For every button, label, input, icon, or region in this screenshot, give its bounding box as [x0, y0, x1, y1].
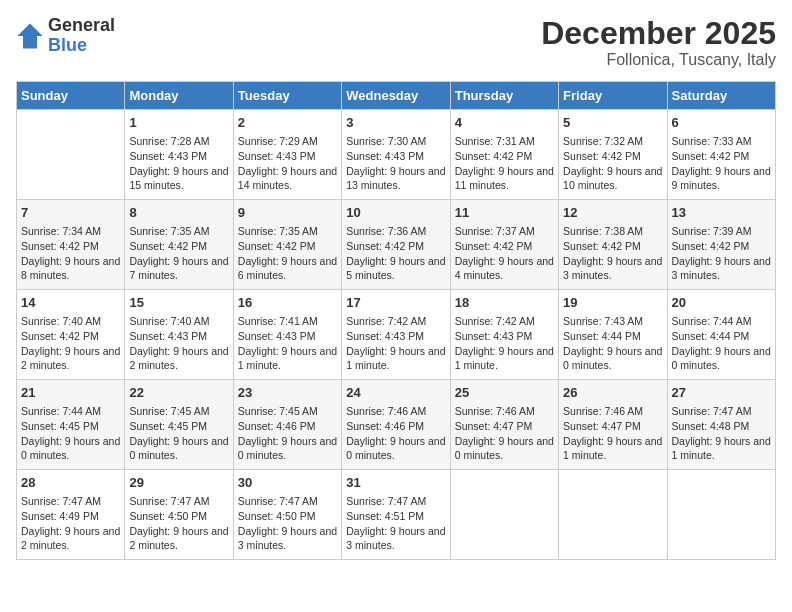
day-info: Sunrise: 7:42 AMSunset: 4:43 PMDaylight:…	[346, 314, 445, 373]
calendar-week-row: 14 Sunrise: 7:40 AMSunset: 4:42 PMDaylig…	[17, 290, 776, 380]
day-info: Sunrise: 7:45 AMSunset: 4:45 PMDaylight:…	[129, 404, 228, 463]
calendar-cell: 17 Sunrise: 7:42 AMSunset: 4:43 PMDaylig…	[342, 290, 450, 380]
calendar-cell: 12 Sunrise: 7:38 AMSunset: 4:42 PMDaylig…	[559, 200, 667, 290]
calendar-cell: 9 Sunrise: 7:35 AMSunset: 4:42 PMDayligh…	[233, 200, 341, 290]
day-number: 27	[672, 384, 771, 402]
calendar-header-row: Sunday Monday Tuesday Wednesday Thursday…	[17, 82, 776, 110]
day-number: 2	[238, 114, 337, 132]
calendar-cell: 19 Sunrise: 7:43 AMSunset: 4:44 PMDaylig…	[559, 290, 667, 380]
day-number: 21	[21, 384, 120, 402]
day-info: Sunrise: 7:33 AMSunset: 4:42 PMDaylight:…	[672, 134, 771, 193]
calendar-cell: 22 Sunrise: 7:45 AMSunset: 4:45 PMDaylig…	[125, 380, 233, 470]
day-number: 19	[563, 294, 662, 312]
day-info: Sunrise: 7:31 AMSunset: 4:42 PMDaylight:…	[455, 134, 554, 193]
calendar-week-row: 7 Sunrise: 7:34 AMSunset: 4:42 PMDayligh…	[17, 200, 776, 290]
day-number: 30	[238, 474, 337, 492]
day-number: 23	[238, 384, 337, 402]
day-number: 3	[346, 114, 445, 132]
day-number: 9	[238, 204, 337, 222]
day-info: Sunrise: 7:42 AMSunset: 4:43 PMDaylight:…	[455, 314, 554, 373]
calendar-cell: 25 Sunrise: 7:46 AMSunset: 4:47 PMDaylig…	[450, 380, 558, 470]
calendar-cell: 8 Sunrise: 7:35 AMSunset: 4:42 PMDayligh…	[125, 200, 233, 290]
calendar-cell: 28 Sunrise: 7:47 AMSunset: 4:49 PMDaylig…	[17, 470, 125, 560]
month-title: December 2025	[541, 16, 776, 51]
day-info: Sunrise: 7:38 AMSunset: 4:42 PMDaylight:…	[563, 224, 662, 283]
day-info: Sunrise: 7:46 AMSunset: 4:47 PMDaylight:…	[455, 404, 554, 463]
calendar-cell	[17, 110, 125, 200]
day-number: 4	[455, 114, 554, 132]
calendar-cell: 15 Sunrise: 7:40 AMSunset: 4:43 PMDaylig…	[125, 290, 233, 380]
calendar-cell: 23 Sunrise: 7:45 AMSunset: 4:46 PMDaylig…	[233, 380, 341, 470]
day-number: 1	[129, 114, 228, 132]
day-number: 26	[563, 384, 662, 402]
logo-text: General Blue	[48, 16, 115, 56]
title-block: December 2025 Follonica, Tuscany, Italy	[541, 16, 776, 69]
day-info: Sunrise: 7:43 AMSunset: 4:44 PMDaylight:…	[563, 314, 662, 373]
day-number: 12	[563, 204, 662, 222]
day-info: Sunrise: 7:32 AMSunset: 4:42 PMDaylight:…	[563, 134, 662, 193]
logo-icon	[16, 22, 44, 50]
calendar-cell: 10 Sunrise: 7:36 AMSunset: 4:42 PMDaylig…	[342, 200, 450, 290]
calendar-cell: 4 Sunrise: 7:31 AMSunset: 4:42 PMDayligh…	[450, 110, 558, 200]
day-number: 14	[21, 294, 120, 312]
day-info: Sunrise: 7:35 AMSunset: 4:42 PMDaylight:…	[238, 224, 337, 283]
calendar-cell: 30 Sunrise: 7:47 AMSunset: 4:50 PMDaylig…	[233, 470, 341, 560]
day-number: 11	[455, 204, 554, 222]
day-info: Sunrise: 7:28 AMSunset: 4:43 PMDaylight:…	[129, 134, 228, 193]
calendar-week-row: 1 Sunrise: 7:28 AMSunset: 4:43 PMDayligh…	[17, 110, 776, 200]
calendar-cell: 3 Sunrise: 7:30 AMSunset: 4:43 PMDayligh…	[342, 110, 450, 200]
calendar-week-row: 28 Sunrise: 7:47 AMSunset: 4:49 PMDaylig…	[17, 470, 776, 560]
day-number: 20	[672, 294, 771, 312]
day-info: Sunrise: 7:40 AMSunset: 4:42 PMDaylight:…	[21, 314, 120, 373]
calendar-cell: 14 Sunrise: 7:40 AMSunset: 4:42 PMDaylig…	[17, 290, 125, 380]
day-info: Sunrise: 7:47 AMSunset: 4:49 PMDaylight:…	[21, 494, 120, 553]
day-info: Sunrise: 7:30 AMSunset: 4:43 PMDaylight:…	[346, 134, 445, 193]
day-info: Sunrise: 7:41 AMSunset: 4:43 PMDaylight:…	[238, 314, 337, 373]
day-info: Sunrise: 7:47 AMSunset: 4:48 PMDaylight:…	[672, 404, 771, 463]
header-saturday: Saturday	[667, 82, 775, 110]
calendar-cell: 29 Sunrise: 7:47 AMSunset: 4:50 PMDaylig…	[125, 470, 233, 560]
day-number: 13	[672, 204, 771, 222]
header-thursday: Thursday	[450, 82, 558, 110]
day-info: Sunrise: 7:45 AMSunset: 4:46 PMDaylight:…	[238, 404, 337, 463]
day-info: Sunrise: 7:44 AMSunset: 4:44 PMDaylight:…	[672, 314, 771, 373]
calendar-cell: 31 Sunrise: 7:47 AMSunset: 4:51 PMDaylig…	[342, 470, 450, 560]
day-number: 10	[346, 204, 445, 222]
calendar-cell: 11 Sunrise: 7:37 AMSunset: 4:42 PMDaylig…	[450, 200, 558, 290]
calendar-cell: 5 Sunrise: 7:32 AMSunset: 4:42 PMDayligh…	[559, 110, 667, 200]
day-number: 15	[129, 294, 228, 312]
day-number: 18	[455, 294, 554, 312]
calendar-cell: 27 Sunrise: 7:47 AMSunset: 4:48 PMDaylig…	[667, 380, 775, 470]
day-info: Sunrise: 7:46 AMSunset: 4:47 PMDaylight:…	[563, 404, 662, 463]
day-number: 8	[129, 204, 228, 222]
day-info: Sunrise: 7:47 AMSunset: 4:50 PMDaylight:…	[238, 494, 337, 553]
calendar-table: Sunday Monday Tuesday Wednesday Thursday…	[16, 81, 776, 560]
header-friday: Friday	[559, 82, 667, 110]
header-tuesday: Tuesday	[233, 82, 341, 110]
day-number: 6	[672, 114, 771, 132]
day-number: 16	[238, 294, 337, 312]
header-monday: Monday	[125, 82, 233, 110]
day-info: Sunrise: 7:35 AMSunset: 4:42 PMDaylight:…	[129, 224, 228, 283]
day-number: 28	[21, 474, 120, 492]
day-info: Sunrise: 7:47 AMSunset: 4:51 PMDaylight:…	[346, 494, 445, 553]
calendar-cell: 18 Sunrise: 7:42 AMSunset: 4:43 PMDaylig…	[450, 290, 558, 380]
day-number: 7	[21, 204, 120, 222]
calendar-cell: 20 Sunrise: 7:44 AMSunset: 4:44 PMDaylig…	[667, 290, 775, 380]
day-number: 17	[346, 294, 445, 312]
day-info: Sunrise: 7:29 AMSunset: 4:43 PMDaylight:…	[238, 134, 337, 193]
page-header: General Blue December 2025 Follonica, Tu…	[16, 16, 776, 69]
header-sunday: Sunday	[17, 82, 125, 110]
day-info: Sunrise: 7:47 AMSunset: 4:50 PMDaylight:…	[129, 494, 228, 553]
calendar-cell: 6 Sunrise: 7:33 AMSunset: 4:42 PMDayligh…	[667, 110, 775, 200]
calendar-cell	[559, 470, 667, 560]
calendar-cell: 26 Sunrise: 7:46 AMSunset: 4:47 PMDaylig…	[559, 380, 667, 470]
calendar-cell: 13 Sunrise: 7:39 AMSunset: 4:42 PMDaylig…	[667, 200, 775, 290]
header-wednesday: Wednesday	[342, 82, 450, 110]
calendar-cell: 1 Sunrise: 7:28 AMSunset: 4:43 PMDayligh…	[125, 110, 233, 200]
day-info: Sunrise: 7:39 AMSunset: 4:42 PMDaylight:…	[672, 224, 771, 283]
day-info: Sunrise: 7:36 AMSunset: 4:42 PMDaylight:…	[346, 224, 445, 283]
day-number: 5	[563, 114, 662, 132]
day-number: 25	[455, 384, 554, 402]
day-number: 31	[346, 474, 445, 492]
